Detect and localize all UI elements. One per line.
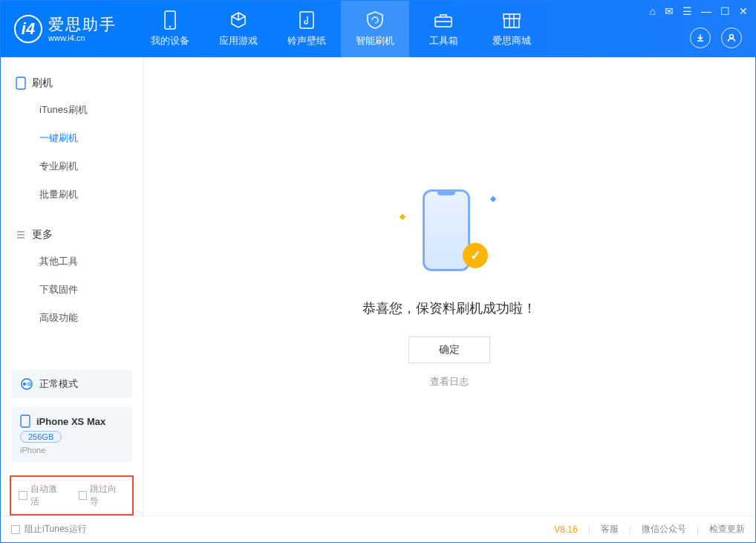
nav-flash[interactable]: 智能刷机 [341,1,409,57]
nav-label: 工具箱 [429,34,458,48]
flash-options-row: 自动激活 跳过向导 [10,475,134,516]
success-illustration: ✓ [405,185,494,282]
svg-rect-5 [16,77,25,89]
close-button[interactable]: ✕ [739,5,748,17]
device-icon [160,10,180,30]
ok-button[interactable]: 确定 [408,336,490,363]
nav-store[interactable]: 爱思商城 [478,1,546,57]
device-name: iPhone XS Max [36,416,105,427]
nav-label: 我的设备 [151,34,189,48]
svg-point-1 [169,26,171,27]
sidebar: 刷机 iTunes刷机 一键刷机 专业刷机 批量刷机 更多 其他工具 下载固件 … [1,57,143,516]
app-title: 爱思助手 [48,16,117,33]
minimize-button[interactable]: — [701,5,711,17]
svg-point-7 [23,383,26,386]
app-header: i4 爱思助手 www.i4.cn 我的设备 应用游戏 铃声壁纸 智能刷机 工具… [1,1,755,57]
list-icon [16,230,26,240]
sidebar-item-other-tools[interactable]: 其他工具 [1,247,143,276]
sidebar-item-batch-flash[interactable]: 批量刷机 [1,181,143,209]
account-button[interactable] [721,27,742,48]
sidebar-item-itunes-flash[interactable]: iTunes刷机 [1,96,143,124]
auto-activate-checkbox[interactable]: 自动激活 [19,483,65,508]
nav-ringtones[interactable]: 铃声壁纸 [273,1,341,57]
svg-point-8 [27,383,30,386]
phone-icon [20,414,30,428]
version-label: V8.16 [554,524,577,535]
cube-icon [229,10,248,30]
svg-rect-9 [21,415,30,427]
device-capacity: 256GB [20,431,62,443]
nav-label: 应用游戏 [219,34,258,48]
phone-icon [16,77,26,90]
maximize-button[interactable]: ☐ [720,5,730,17]
sync-icon [20,377,33,391]
device-card[interactable]: iPhone XS Max 256GB iPhone [11,407,132,462]
check-icon: ✓ [463,243,488,268]
store-icon [502,10,521,30]
svg-point-4 [730,35,734,39]
toolbox-icon [434,10,453,30]
sidebar-item-download-firmware[interactable]: 下载固件 [1,276,143,304]
support-link[interactable]: 客服 [601,523,619,536]
nav-label: 爱思商城 [492,34,531,48]
nav-label: 智能刷机 [356,34,394,48]
skip-guide-checkbox[interactable]: 跳过向导 [79,483,126,508]
check-update-link[interactable]: 检查更新 [709,523,745,536]
status-bar: 阻止iTunes运行 V8.16 | 客服 | 微信公众号 | 检查更新 [1,516,755,542]
main-content: ✓ 恭喜您，保资料刷机成功啦！ 确定 查看日志 [143,57,755,516]
download-button[interactable] [690,27,711,48]
mode-label: 正常模式 [39,377,78,391]
nav-label: 铃声壁纸 [287,34,326,48]
feedback-icon[interactable]: ✉ [665,5,674,17]
logo-icon: i4 [14,15,42,43]
mode-status-card[interactable]: 正常模式 [11,370,132,398]
view-log-link[interactable]: 查看日志 [430,375,469,388]
success-message: 恭喜您，保资料刷机成功啦！ [362,299,536,317]
top-nav: 我的设备 应用游戏 铃声壁纸 智能刷机 工具箱 爱思商城 [136,1,546,57]
svg-rect-2 [300,12,313,28]
nav-toolbox[interactable]: 工具箱 [409,1,478,57]
app-subtitle: www.i4.cn [48,33,117,42]
refresh-shield-icon [365,10,385,30]
sidebar-item-pro-flash[interactable]: 专业刷机 [1,152,143,181]
sidebar-item-oneclick-flash[interactable]: 一键刷机 [1,124,143,152]
menu-icon[interactable]: ☰ [682,5,692,17]
block-itunes-checkbox[interactable]: 阻止iTunes运行 [11,523,87,536]
sidebar-item-advanced[interactable]: 高级功能 [1,304,143,332]
sidebar-section-flash: 刷机 [1,71,143,96]
nav-my-device[interactable]: 我的设备 [136,1,204,57]
music-file-icon [297,10,316,30]
sidebar-section-more: 更多 [1,222,143,247]
window-controls: ⌂ ✉ ☰ — ☐ ✕ [650,5,748,17]
logo: i4 爱思助手 www.i4.cn [1,15,130,43]
tshirt-icon[interactable]: ⌂ [650,5,656,17]
nav-apps[interactable]: 应用游戏 [204,1,273,57]
wechat-link[interactable]: 微信公众号 [642,523,686,536]
device-type: iPhone [20,446,123,455]
